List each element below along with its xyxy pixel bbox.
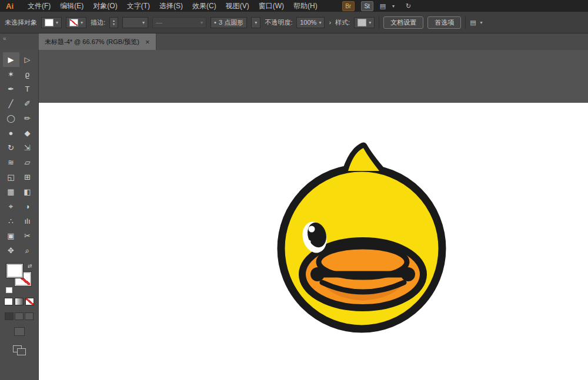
stroke-weight-chevron-icon: ▾ bbox=[142, 20, 145, 25]
stepper-arrows-icon: ▴▾ bbox=[113, 19, 115, 26]
draw-inside-button[interactable] bbox=[25, 312, 34, 320]
eyedropper-tool[interactable]: ⌖ bbox=[3, 199, 19, 214]
stroke-weight-label: 描边: bbox=[91, 18, 105, 27]
document-tab[interactable]: 未标题-4* @ 66.67% (RGB/预览) × bbox=[39, 33, 156, 50]
stroke-none-swatch bbox=[69, 19, 78, 26]
menubar-right-cluster: Br St ▤ ▾ ↻ bbox=[342, 1, 412, 11]
draw-normal-button[interactable] bbox=[5, 312, 14, 320]
menu-bar: Ai 文件(F)编辑(E)对象(O)文字(T)选择(S)效果(C)视图(V)窗口… bbox=[0, 0, 588, 12]
duck-mouth-dot-right[interactable] bbox=[401, 267, 415, 281]
menu-window[interactable]: 窗口(W) bbox=[254, 1, 289, 11]
fill-color-dropdown[interactable]: ▾ bbox=[41, 17, 62, 28]
symbol-sprayer-tool[interactable]: ∴ bbox=[3, 214, 19, 228]
screen-mode-button[interactable] bbox=[14, 327, 25, 336]
magic-wand-tool[interactable]: ✶ bbox=[3, 67, 19, 82]
opacity-value: 100% bbox=[300, 19, 316, 26]
stroke-weight-dropdown[interactable]: ▾ bbox=[122, 17, 148, 28]
stock-button[interactable]: St bbox=[361, 1, 373, 11]
color-mode-button[interactable] bbox=[4, 298, 13, 305]
controlbar-separator bbox=[379, 16, 379, 29]
control-bar: 未选择对象 ▾ ▾ 描边: ▴▾ ▾ — ▾ • 3 点圆形 ▾ bbox=[0, 12, 588, 33]
tab-close-icon[interactable]: × bbox=[145, 38, 150, 46]
pen-tool[interactable]: ✒ bbox=[3, 82, 19, 96]
default-fill-stroke-icon[interactable] bbox=[6, 287, 12, 293]
menu-view[interactable]: 视图(V) bbox=[221, 1, 254, 11]
displays-icon bbox=[13, 345, 26, 355]
document-setup-button[interactable]: 文档设置 bbox=[383, 16, 423, 29]
duck-mouth-dot-left[interactable] bbox=[310, 267, 325, 281]
workspace-chevron-icon[interactable]: ▾ bbox=[392, 4, 395, 9]
paint-mode-row bbox=[4, 298, 34, 305]
slice-tool[interactable]: ✂ bbox=[19, 228, 36, 243]
scale-tool[interactable]: ⇲ bbox=[19, 140, 36, 155]
type-tool[interactable]: T bbox=[19, 82, 36, 96]
fill-color-swatch bbox=[45, 19, 54, 26]
controlbar-separator-2 bbox=[465, 16, 466, 29]
canvas-area[interactable] bbox=[39, 50, 588, 380]
column-graph-tool[interactable]: ılı bbox=[19, 214, 36, 228]
zoom-tool[interactable]: ⌕ bbox=[19, 243, 36, 258]
none-mode-button[interactable] bbox=[25, 298, 34, 305]
fill-chevron-icon: ▾ bbox=[56, 20, 58, 25]
pencil-tool[interactable]: ✏ bbox=[19, 111, 36, 126]
duck-eye-highlight bbox=[309, 226, 315, 233]
illustrator-window: Ai 文件(F)编辑(E)对象(O)文字(T)选择(S)效果(C)视图(V)窗口… bbox=[0, 0, 588, 380]
draw-behind-button[interactable] bbox=[15, 312, 24, 320]
ellipse-tool[interactable]: ◯ bbox=[3, 111, 19, 126]
rotate-tool[interactable]: ↻ bbox=[3, 140, 19, 155]
gradient-mode-button[interactable] bbox=[15, 298, 24, 305]
brush-definition-chevron[interactable]: ▾ bbox=[251, 17, 260, 28]
menu-edit[interactable]: 编辑(E) bbox=[55, 1, 88, 11]
opacity-chevron-icon: ▾ bbox=[319, 20, 321, 25]
hand-tool[interactable]: ✥ bbox=[3, 243, 19, 258]
workspace-icon[interactable]: ▤ bbox=[380, 2, 386, 10]
blend-tool[interactable]: ◑ bbox=[19, 199, 36, 214]
menu-object[interactable]: 对象(O) bbox=[88, 1, 122, 11]
panel-dock-chevron-icon[interactable]: ▾ bbox=[480, 20, 483, 25]
brush-definition-value: 3 点圆形 bbox=[219, 18, 243, 27]
panel-dock-icon[interactable]: ▤ bbox=[470, 19, 476, 26]
artboard-tool[interactable]: ▣ bbox=[3, 228, 19, 243]
width-tool[interactable]: ≋ bbox=[3, 155, 19, 170]
stroke-color-dropdown[interactable]: ▾ bbox=[66, 17, 86, 28]
menu-type[interactable]: 文字(T) bbox=[122, 1, 155, 11]
width-profile-dropdown[interactable]: — ▾ bbox=[152, 17, 206, 28]
preferences-button[interactable]: 首选项 bbox=[427, 16, 461, 29]
brush-bullet-icon: • bbox=[214, 19, 216, 26]
gradient-tool[interactable]: ◧ bbox=[19, 184, 36, 199]
direct-selection-tool[interactable]: ▷ bbox=[19, 52, 36, 67]
shape-builder-tool[interactable]: ◱ bbox=[3, 170, 19, 184]
brush-definition-dropdown[interactable]: • 3 点圆形 bbox=[211, 17, 247, 28]
sync-icon[interactable]: ↻ bbox=[406, 2, 411, 10]
width-profile-chevron-icon: ▾ bbox=[201, 20, 203, 25]
style-label: 样式: bbox=[335, 18, 350, 27]
style-dropdown[interactable]: ▾ bbox=[354, 17, 375, 28]
paintbrush-tool[interactable]: ✐ bbox=[19, 96, 36, 111]
menu-effect[interactable]: 效果(C) bbox=[188, 1, 221, 11]
menu-help[interactable]: 帮助(H) bbox=[289, 1, 322, 11]
lasso-tool[interactable]: ϱ bbox=[19, 67, 36, 82]
free-transform-tool[interactable]: ▱ bbox=[19, 155, 36, 170]
perspective-grid-tool[interactable]: ⊞ bbox=[19, 170, 36, 184]
opacity-flyout-icon[interactable]: › bbox=[329, 19, 331, 26]
swap-fill-stroke-icon[interactable]: ⇄ bbox=[28, 263, 32, 269]
eraser-tool[interactable]: ◆ bbox=[19, 126, 36, 140]
toolbar-collapse-icon[interactable]: « bbox=[3, 35, 6, 42]
menu-select[interactable]: 选择(S) bbox=[155, 1, 188, 11]
opacity-dropdown[interactable]: 100% ▾ bbox=[296, 17, 325, 28]
bridge-button[interactable]: Br bbox=[342, 1, 355, 11]
blob-brush-tool[interactable]: ● bbox=[3, 126, 19, 140]
style-chevron-icon: ▾ bbox=[369, 20, 371, 25]
menu-file[interactable]: 文件(F) bbox=[23, 1, 55, 11]
style-swatch bbox=[358, 19, 366, 26]
workspace: ▶▷✶ϱ✒T╱✐◯✏●◆↻⇲≋▱◱⊞▦◧⌖◑∴ılı▣✂✥⌕ ⇄ bbox=[0, 50, 588, 380]
selection-status-label: 未选择对象 bbox=[5, 18, 37, 27]
drawing-mode-row bbox=[5, 312, 34, 320]
toolbar-tools: ▶▷✶ϱ✒T╱✐◯✏●◆↻⇲≋▱◱⊞▦◧⌖◑∴ılı▣✂✥⌕ bbox=[3, 52, 36, 258]
fill-indicator-swatch[interactable] bbox=[6, 264, 23, 278]
mesh-tool[interactable]: ▦ bbox=[3, 184, 19, 199]
duck-artwork[interactable] bbox=[39, 50, 588, 380]
selection-tool[interactable]: ▶ bbox=[3, 52, 19, 67]
line-segment-tool[interactable]: ╱ bbox=[3, 96, 19, 111]
stroke-weight-stepper[interactable]: ▴▾ bbox=[109, 17, 118, 28]
